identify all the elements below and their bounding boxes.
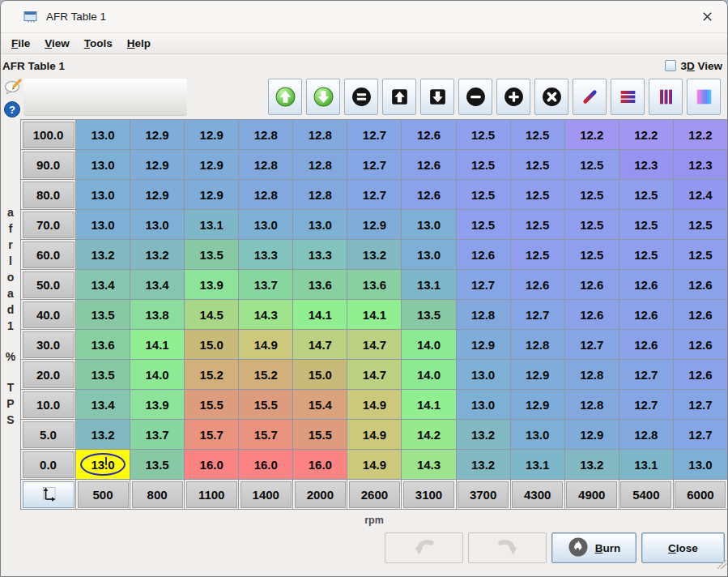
table-cell[interactable]: 13.4	[130, 270, 185, 300]
table-cell[interactable]: 12.5	[674, 240, 728, 270]
table-cell[interactable]: 15.0	[185, 330, 239, 360]
table-cell[interactable]: 13.0	[239, 210, 293, 240]
table-cell[interactable]: 15.5	[185, 390, 239, 420]
table-cell[interactable]: 14.9	[239, 330, 293, 360]
table-cell[interactable]: 13.0	[76, 120, 130, 150]
table-cell[interactable]: 13.3	[293, 240, 347, 270]
resize-grip[interactable]	[717, 559, 726, 569]
table-cell[interactable]: 12.5	[619, 180, 674, 210]
table-cell[interactable]: 13.5	[185, 240, 239, 270]
table-cell[interactable]: 13.7	[239, 270, 293, 300]
table-cell[interactable]: 12.7	[619, 360, 674, 390]
table-cell[interactable]: 13.0	[76, 180, 130, 210]
table-cell[interactable]: 15.2	[185, 360, 239, 390]
table-cell[interactable]: 15.4	[293, 390, 347, 420]
table-cell[interactable]: 13.1	[511, 450, 565, 480]
view-3d-toggle[interactable]: 3D View	[665, 60, 722, 72]
table-cell[interactable]: 12.6	[402, 150, 456, 180]
table-cell[interactable]: 12.5	[565, 150, 619, 180]
table-cell[interactable]: 12.4	[674, 180, 728, 210]
view-3d-checkbox[interactable]	[665, 60, 676, 71]
table-cell[interactable]: 12.9	[511, 360, 565, 390]
table-cell[interactable]: 13.0	[76, 450, 130, 480]
table-cell[interactable]: 12.9	[185, 150, 239, 180]
table-cell[interactable]: 12.5	[457, 150, 511, 180]
table-cell[interactable]: 12.6	[565, 300, 619, 330]
table-cell[interactable]: 12.8	[565, 390, 619, 420]
table-cell[interactable]: 12.3	[619, 150, 674, 180]
table-cell[interactable]: 14.5	[185, 300, 239, 330]
table-cell[interactable]: 12.9	[185, 180, 239, 210]
swap-axes-button[interactable]	[23, 481, 75, 508]
menu-help[interactable]: Help	[120, 37, 158, 49]
table-cell[interactable]: 13.9	[130, 390, 185, 420]
table-cell[interactable]: 12.5	[511, 240, 565, 270]
table-cell[interactable]: 13.5	[76, 360, 130, 390]
table-cell[interactable]: 13.4	[76, 390, 130, 420]
table-cell[interactable]: 12.5	[511, 180, 565, 210]
toolbar-button-interpolate-rows[interactable]	[611, 79, 645, 115]
menu-tools[interactable]: Tools	[77, 37, 120, 49]
table-cell[interactable]: 12.5	[565, 240, 619, 270]
table-cell[interactable]: 12.6	[457, 240, 511, 270]
table-cell[interactable]: 12.7	[511, 300, 565, 330]
table-cell[interactable]: 12.5	[619, 210, 674, 240]
table-cell[interactable]: 12.5	[565, 210, 619, 240]
table-cell[interactable]: 13.2	[76, 240, 130, 270]
table-cell[interactable]: 13.0	[457, 390, 511, 420]
table-cell[interactable]: 12.6	[674, 300, 728, 330]
table-cell[interactable]: 16.0	[185, 450, 239, 480]
burn-button[interactable]: Burn	[551, 532, 636, 563]
table-cell[interactable]: 13.6	[347, 270, 402, 300]
table-cell[interactable]: 13.0	[293, 210, 347, 240]
table-cell[interactable]: 13.0	[402, 240, 456, 270]
toolbar-button-interpolate-columns[interactable]	[649, 79, 683, 115]
table-cell[interactable]: 12.9	[130, 180, 185, 210]
table-cell[interactable]: 14.0	[130, 360, 185, 390]
table-cell[interactable]: 14.7	[347, 330, 402, 360]
table-cell[interactable]: 12.8	[239, 150, 293, 180]
table-cell[interactable]: 14.3	[402, 450, 456, 480]
toolbar-button-multiply-cancel[interactable]	[534, 79, 568, 115]
table-cell[interactable]: 12.2	[674, 120, 728, 150]
table-cell[interactable]: 12.6	[402, 120, 456, 150]
table-cell[interactable]: 12.7	[619, 390, 674, 420]
table-cell[interactable]: 13.0	[457, 360, 511, 390]
table-cell[interactable]: 16.0	[293, 450, 347, 480]
toolbar-button-increase-selected[interactable]	[268, 79, 302, 115]
table-cell[interactable]: 12.5	[457, 210, 511, 240]
toolbar-button-shift-table-up[interactable]	[382, 79, 416, 115]
table-cell[interactable]: 12.6	[674, 360, 728, 390]
table-cell[interactable]: 13.5	[76, 300, 130, 330]
table-cell[interactable]: 14.9	[347, 420, 402, 450]
table-cell[interactable]: 12.9	[511, 390, 565, 420]
table-cell[interactable]: 14.9	[347, 450, 402, 480]
table-cell[interactable]: 13.0	[674, 450, 728, 480]
table-cell[interactable]: 12.6	[565, 270, 619, 300]
table-cell[interactable]: 12.7	[565, 330, 619, 360]
table-cell[interactable]: 12.7	[457, 270, 511, 300]
table-cell[interactable]: 13.2	[130, 240, 185, 270]
table-cell[interactable]: 13.3	[239, 240, 293, 270]
table-cell[interactable]: 12.5	[565, 180, 619, 210]
table-cell[interactable]: 12.5	[619, 240, 674, 270]
table-cell[interactable]: 13.9	[185, 270, 239, 300]
table-cell[interactable]: 12.6	[619, 330, 674, 360]
table-cell[interactable]: 12.2	[619, 120, 674, 150]
table-cell[interactable]: 13.2	[457, 420, 511, 450]
table-cell[interactable]: 12.6	[511, 270, 565, 300]
table-cell[interactable]: 12.8	[511, 330, 565, 360]
table-cell[interactable]: 12.6	[619, 270, 674, 300]
table-cell[interactable]: 13.2	[347, 240, 402, 270]
close-window-icon[interactable]	[696, 6, 717, 28]
table-cell[interactable]: 12.9	[457, 330, 511, 360]
table-cell[interactable]: 12.2	[565, 120, 619, 150]
table-cell[interactable]: 15.5	[239, 390, 293, 420]
table-cell[interactable]: 13.8	[130, 300, 185, 330]
table-cell[interactable]: 12.5	[457, 120, 511, 150]
table-cell[interactable]: 13.4	[76, 270, 130, 300]
toolbar-button-set-equal-to[interactable]	[344, 79, 378, 115]
table-cell[interactable]: 12.7	[674, 420, 728, 450]
table-cell[interactable]: 13.2	[565, 450, 619, 480]
table-cell[interactable]: 13.0	[130, 210, 185, 240]
